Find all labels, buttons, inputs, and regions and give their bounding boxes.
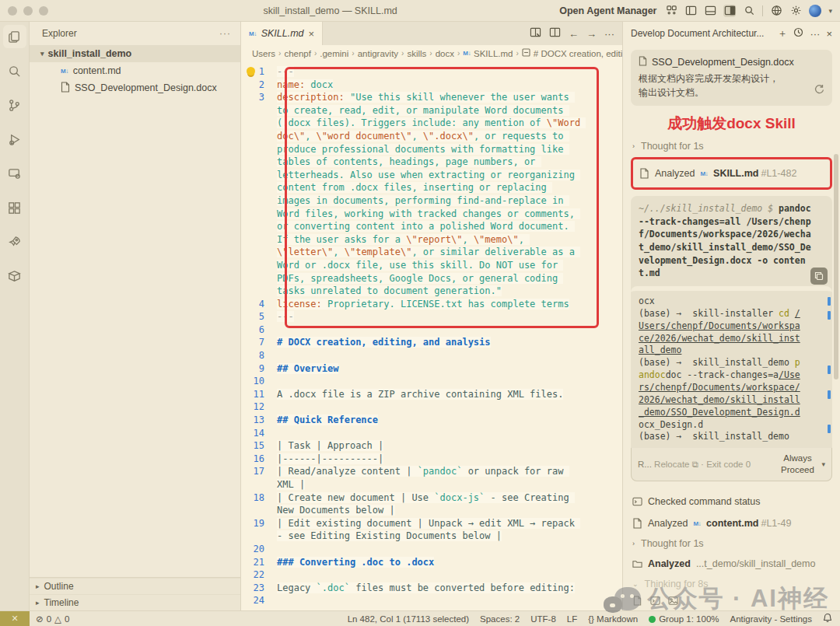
warnings-icon[interactable]: △	[54, 614, 61, 624]
retry-icon[interactable]	[814, 84, 824, 96]
search-sidebar-icon[interactable]	[3, 59, 26, 82]
explorer-more-actions-icon[interactable]: ···	[219, 28, 231, 39]
code-line[interactable]: 7# DOCX creation, editing, and analysis	[241, 336, 622, 349]
agent-grid-icon[interactable]	[665, 5, 677, 17]
toggle-left-panel-icon[interactable]	[684, 5, 697, 17]
always-proceed-button[interactable]: Always Proceed	[773, 453, 821, 476]
browser-icon[interactable]	[770, 5, 782, 17]
notifications-bell-icon[interactable]	[823, 613, 832, 624]
code-line[interactable]: 20	[241, 543, 622, 556]
close-window-icon[interactable]	[8, 6, 17, 16]
code-line[interactable]: 19| Edit existing document | Unpack → ed…	[241, 517, 622, 543]
run-debug-icon[interactable]	[3, 128, 26, 151]
tree-folder-skill-install-demo[interactable]: ▾ skill_install_demo	[30, 45, 240, 62]
code-line[interactable]: 13## Quick Reference	[241, 414, 622, 427]
close-tab-icon[interactable]: ×	[309, 28, 315, 40]
code-line[interactable]: 16|------|----------|	[241, 453, 622, 466]
window-controls[interactable]	[8, 6, 101, 16]
chevron-down-icon[interactable]: ▾	[821, 460, 825, 468]
errors-count[interactable]: 0	[47, 614, 51, 624]
warnings-count[interactable]: 0	[65, 614, 69, 624]
split-editor-icon[interactable]	[549, 26, 561, 40]
settings-gear-icon[interactable]	[789, 5, 802, 17]
navigate-forward-icon[interactable]: →	[586, 28, 597, 40]
relocate-link[interactable]: Relocate	[654, 460, 689, 469]
file-attach-icon[interactable]	[632, 595, 642, 609]
toggle-bottom-panel-icon[interactable]	[704, 5, 716, 17]
code-line[interactable]: 9## Overview	[241, 362, 622, 376]
code-line[interactable]: 12	[241, 400, 622, 414]
group-status[interactable]: Group 1: 100%	[649, 614, 719, 624]
code-line[interactable]: 6	[241, 323, 622, 337]
rocket-icon[interactable]	[3, 230, 26, 254]
code-line[interactable]: 5---	[241, 310, 622, 323]
app-settings[interactable]: Antigravity - Settings	[730, 614, 812, 624]
thought-row[interactable]: ›Thought for 1s	[631, 534, 832, 553]
code-line[interactable]: 17| Read/analyze content | `pandoc` or u…	[241, 465, 622, 491]
breadcrumb[interactable]: Users› chenpf› .gemini› antigravity› ski…	[241, 45, 622, 61]
timeline-section[interactable]: ▸Timeline	[30, 594, 240, 610]
terminal-command[interactable]: ~/../skill_install_demo $ pandoc --track…	[631, 196, 832, 286]
code-line[interactable]: 15| Task | Approach |	[241, 439, 622, 453]
code-line[interactable]: 2name: docx	[241, 79, 622, 92]
source-control-icon[interactable]	[3, 93, 26, 117]
terminal-output-line: rs/chenpf/Documents/workspace/	[639, 382, 824, 394]
open-agent-manager-button[interactable]: Open Agent Manager	[559, 5, 656, 16]
cursor-position[interactable]: Ln 482, Col 1 (17113 selected)	[348, 614, 469, 624]
checked-status-row[interactable]: Checked command status	[631, 491, 832, 512]
editor-more-actions-icon[interactable]: ···	[604, 28, 614, 40]
toggle-right-panel-icon[interactable]	[723, 5, 736, 17]
new-conversation-icon[interactable]: ＋	[777, 26, 787, 40]
encoding[interactable]: UTF-8	[530, 614, 556, 624]
code-line[interactable]: 23Legacy `.doc` files must be converted …	[241, 582, 622, 595]
analyzed-skill-row[interactable]: Analyzed M↓ SKILL.md#L1-482	[638, 163, 825, 184]
open-preview-icon[interactable]	[530, 26, 541, 40]
agent-panel: Develop Document Architectur... ＋ ··· × …	[622, 22, 840, 610]
code-line[interactable]: 21### Converting .doc to .docx	[241, 556, 622, 569]
code-line[interactable]: 8	[241, 349, 622, 362]
code-line[interactable]: 24	[241, 594, 622, 607]
code-line[interactable]: 10	[241, 375, 622, 388]
agent-conversation-title[interactable]: Develop Document Architectur...	[631, 28, 771, 39]
copy-command-button[interactable]	[810, 268, 828, 285]
code-line[interactable]: 18| Create new document | Use `docx-js` …	[241, 491, 622, 517]
user-avatar[interactable]	[809, 5, 821, 17]
zoom-window-icon[interactable]	[39, 6, 48, 16]
minimize-window-icon[interactable]	[23, 6, 33, 16]
eol-sequence[interactable]: LF	[567, 614, 577, 624]
package-icon[interactable]	[3, 264, 26, 288]
search-icon[interactable]	[743, 5, 755, 17]
thought-row[interactable]: ›Thought for 1s	[631, 137, 832, 156]
code-line[interactable]: 3description: "Use this skill whenever t…	[241, 91, 622, 298]
analyzed-content-row[interactable]: Analyzed M↓ content.md#L1-49	[631, 512, 832, 534]
code-line[interactable]: 14	[241, 427, 622, 440]
panel-more-actions-icon[interactable]: ···	[810, 28, 820, 40]
code-line[interactable]: 1---	[241, 65, 622, 79]
code-line[interactable]: 11A .docx file is a ZIP archive containi…	[241, 388, 622, 401]
language-mode[interactable]: {} Markdown	[588, 614, 638, 624]
thinking-row[interactable]: ⌄Thinking for 8s	[631, 575, 832, 593]
terminal-output[interactable]: ocx(base) → skill-installer cd /Users/ch…	[631, 286, 832, 448]
indentation[interactable]: Spaces: 2	[480, 614, 520, 624]
navigate-back-icon[interactable]: ←	[569, 28, 579, 40]
terminal-attach-icon[interactable]	[650, 595, 660, 609]
analyzed-folder-row[interactable]: Analyzed ...t_demo/skill_install_demo	[631, 553, 832, 575]
close-panel-icon[interactable]: ×	[826, 28, 832, 40]
remote-indicator[interactable]: ✕	[0, 611, 30, 626]
panel-scrollbar[interactable]	[834, 154, 838, 379]
image-attach-icon[interactable]	[668, 595, 678, 609]
tab-skill-md[interactable]: M↓ SKILL.md ×	[241, 22, 323, 45]
account-chevron-icon[interactable]: ▾	[828, 7, 832, 15]
remote-explorer-icon[interactable]	[3, 162, 26, 185]
explorer-icon[interactable]	[3, 25, 26, 48]
tree-file-content-md[interactable]: M↓ content.md	[30, 62, 240, 79]
extensions-icon[interactable]	[3, 196, 26, 219]
code-line[interactable]: 22	[241, 568, 622, 582]
errors-icon[interactable]: ⊘	[36, 614, 44, 624]
history-icon[interactable]	[793, 27, 803, 40]
code-line[interactable]: 4license: Proprietary. LICENSE.txt has c…	[241, 298, 622, 311]
tree-file-sso-docx[interactable]: SSO_Development_Design.docx	[30, 79, 240, 96]
lightbulb-icon[interactable]	[247, 67, 255, 75]
outline-section[interactable]: ▸Outline	[30, 578, 240, 594]
code-editor[interactable]: 1---2name: docx3description: "Use this s…	[241, 61, 622, 610]
